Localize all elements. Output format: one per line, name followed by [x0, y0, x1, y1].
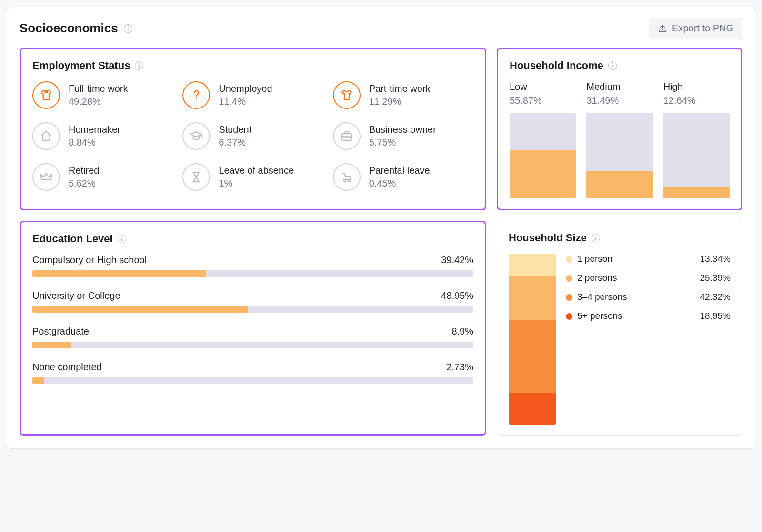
household-size-segment: [509, 320, 556, 392]
income-bar: [663, 113, 730, 198]
household-size-card: Household Size i 1 person 13.34% 2 perso…: [497, 221, 742, 436]
stat-label: Parental leave: [369, 165, 430, 176]
stat-value: 0.45%: [369, 178, 430, 189]
education-row: Compulsory or High school 39.42%: [32, 255, 473, 277]
income-label: Medium: [586, 81, 652, 92]
legend-label: 5+ persons: [577, 311, 634, 321]
employment-stat: Part-time work 11.29%: [333, 81, 473, 109]
stat-value: 11.4%: [219, 96, 272, 107]
card-title: Employment Status i: [32, 59, 473, 72]
education-bar: [32, 270, 473, 277]
legend-row: 2 persons 25.39%: [566, 273, 731, 283]
stat-label: Student: [219, 124, 251, 135]
info-icon[interactable]: i: [592, 234, 600, 242]
stat-value: 6.37%: [219, 137, 251, 148]
legend-value: 42.32%: [700, 292, 731, 302]
income-bar: [510, 113, 576, 198]
employment-stat: Unemployed 11.4%: [182, 81, 323, 109]
home-icon: [32, 122, 60, 150]
legend-dot-icon: [566, 275, 572, 282]
education-label: None completed: [32, 362, 102, 373]
education-row: University or College 48.95%: [32, 290, 473, 313]
card-title: Household Income i: [510, 59, 730, 72]
hourglass-icon: [182, 163, 210, 191]
legend-value: 13.34%: [700, 254, 731, 264]
card-title-text: Employment Status: [32, 59, 130, 72]
employment-stat: Business owner 5.75%: [333, 122, 473, 150]
income-label: High: [663, 81, 730, 92]
briefcase-icon: [333, 122, 361, 150]
stat-value: 11.29%: [369, 96, 431, 107]
income-bar-fill: [663, 187, 730, 198]
household-size-stack: [509, 254, 556, 425]
education-bar-fill: [32, 306, 248, 313]
household-size-segment: [509, 254, 556, 276]
info-icon[interactable]: i: [608, 61, 617, 70]
income-value: 31.49%: [586, 95, 652, 106]
card-title-text: Education Level: [32, 233, 113, 245]
panel-title-text: Socioeconomics: [20, 21, 118, 36]
education-value: 48.95%: [441, 290, 473, 301]
education-bar: [32, 306, 473, 313]
stat-value: 5.75%: [369, 137, 436, 148]
stat-label: Leave of absence: [219, 165, 294, 176]
employment-status-card: Employment Status i Full-time work 49.28…: [20, 48, 486, 210]
export-label: Export to PNG: [672, 23, 733, 34]
info-icon[interactable]: i: [135, 61, 143, 70]
legend-row: 5+ persons 18.95%: [566, 311, 731, 321]
education-value: 2.73%: [446, 362, 473, 373]
stroller-icon: [333, 163, 361, 191]
card-title: Household Size i: [509, 232, 731, 244]
crown-icon: [32, 163, 60, 191]
income-column: High 12.64%: [663, 81, 730, 198]
info-icon[interactable]: i: [118, 235, 126, 243]
stat-label: Business owner: [369, 124, 436, 135]
education-bar-fill: [32, 377, 44, 384]
employment-stat: Leave of absence 1%: [182, 163, 323, 191]
household-size-segment: [509, 276, 556, 320]
stat-value: 49.28%: [69, 96, 128, 107]
legend-dot-icon: [566, 294, 572, 301]
education-label: Postgraduate: [32, 326, 89, 337]
card-title: Education Level i: [32, 233, 473, 245]
education-label: University or College: [32, 290, 120, 301]
graduation-icon: [182, 122, 210, 150]
legend-row: 3–4 persons 42.32%: [566, 292, 731, 302]
education-bar-fill: [32, 270, 206, 277]
panel-title: Socioeconomics i: [20, 21, 132, 36]
income-value: 12.64%: [663, 95, 730, 106]
income-bar: [586, 113, 652, 198]
legend-value: 18.95%: [700, 311, 731, 321]
tshirt-icon: [333, 81, 361, 109]
stat-value: 8.84%: [69, 137, 120, 148]
legend-label: 2 persons: [577, 273, 634, 283]
info-icon[interactable]: i: [124, 24, 132, 33]
employment-stat: Student 6.37%: [182, 122, 323, 150]
socioeconomics-panel: Socioeconomics i Export to PNG Employmen…: [7, 7, 755, 449]
employment-stat: Homemaker 8.84%: [32, 122, 173, 150]
legend-value: 25.39%: [700, 273, 731, 283]
education-label: Compulsory or High school: [32, 255, 147, 266]
employment-stat: Parental leave 0.45%: [333, 163, 473, 191]
education-bar: [32, 342, 473, 348]
stat-label: Full-time work: [69, 83, 128, 94]
stat-label: Retired: [69, 165, 99, 176]
household-income-card: Household Income i Low 55.87% Medium 31.…: [497, 48, 742, 210]
household-size-segment: [509, 393, 556, 425]
upload-icon: [658, 24, 667, 33]
legend-dot-icon: [566, 313, 572, 320]
income-column: Low 55.87%: [510, 81, 576, 198]
education-bar-fill: [32, 342, 71, 348]
card-title-text: Household Size: [509, 232, 587, 244]
legend-row: 1 person 13.34%: [566, 254, 731, 264]
question-icon: [182, 81, 210, 109]
education-row: None completed 2.73%: [32, 362, 473, 384]
employment-stat: Full-time work 49.28%: [32, 81, 173, 109]
shirt-icon: [32, 81, 60, 109]
stat-value: 5.62%: [69, 178, 99, 189]
export-png-button[interactable]: Export to PNG: [649, 18, 742, 39]
stat-label: Unemployed: [219, 83, 272, 94]
education-row: Postgraduate 8.9%: [32, 326, 473, 348]
legend-dot-icon: [566, 256, 572, 263]
education-value: 8.9%: [451, 326, 473, 337]
